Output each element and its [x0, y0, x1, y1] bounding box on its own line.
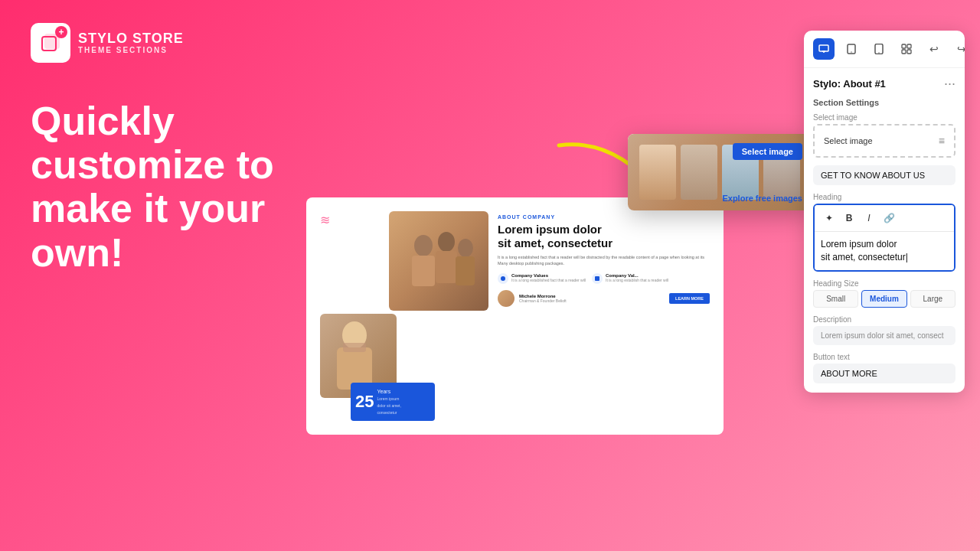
link-button[interactable]: 🔗	[880, 210, 897, 227]
size-large-button[interactable]: Large	[910, 290, 956, 308]
section-settings-label: Section Settings	[804, 95, 965, 113]
button-text-label: Button text	[813, 353, 956, 361]
select-image-button[interactable]: Select image	[733, 143, 802, 160]
upload-icon: ≡	[939, 135, 945, 147]
heading-field: Heading ✦ B I 🔗 Lorem ipsum dolor sit am…	[813, 193, 956, 272]
logo: STYLO STORE THEME SECTIONS	[31, 23, 184, 63]
description-field: Description	[813, 315, 956, 345]
heading-label: Heading	[813, 193, 956, 201]
logo-icon	[31, 23, 70, 63]
author-avatar	[498, 290, 514, 307]
value-text-2: Company Val... It is a long establish th…	[606, 273, 668, 284]
svg-rect-5	[436, 251, 457, 283]
redo-button[interactable]: ↪	[951, 38, 965, 60]
svg-rect-22	[902, 50, 906, 54]
value-item-2: Company Val... It is a long establish th…	[592, 273, 668, 284]
image-preview-area: Select image Explore free images	[628, 134, 812, 210]
svg-point-6	[458, 239, 473, 257]
button-text-input[interactable]	[813, 364, 956, 383]
italic-button[interactable]: I	[861, 210, 877, 227]
settings-button[interactable]	[896, 38, 917, 60]
tag-field	[813, 165, 956, 185]
svg-rect-10	[343, 343, 366, 352]
rich-editor-content[interactable]: Lorem ipsum dolor sit amet, consectetur|	[815, 232, 954, 270]
explore-images-button[interactable]: Explore free images	[722, 194, 802, 203]
heading-size-row: Small Medium Large	[813, 290, 956, 308]
years-number: 25	[355, 393, 374, 410]
tag-input[interactable]	[813, 165, 956, 185]
rich-text-editor: ✦ B I 🔗 Lorem ipsum dolor sit amet, cons…	[813, 204, 956, 272]
mobile-view-button[interactable]	[868, 38, 890, 60]
value-text-1: Company Values It is a long established …	[511, 273, 586, 284]
image-upload-label: Select image	[824, 136, 873, 145]
description-input[interactable]	[813, 326, 956, 345]
svg-rect-23	[907, 50, 911, 54]
more-options-icon[interactable]: ···	[944, 76, 956, 92]
svg-rect-20	[902, 44, 906, 48]
rich-editor-toolbar: ✦ B I 🔗	[815, 205, 954, 232]
preview-heading: Lorem ipsum dolorsit amet, consectetur	[498, 223, 710, 250]
panel-body: Select image Select image ≡ Heading ✦ B …	[804, 113, 965, 393]
lorem-years: Lorem ipsumdolor sit amet,consectetur	[377, 396, 400, 415]
preview-image-top	[389, 211, 488, 311]
image-selector-popup: Select image Explore free images	[628, 134, 812, 210]
svg-point-2	[414, 235, 433, 256]
preview-description: It is a long established fact that a rea…	[498, 254, 710, 267]
svg-rect-13	[819, 45, 828, 51]
svg-rect-7	[456, 256, 475, 285]
values-row: Company Values It is a long established …	[498, 273, 710, 284]
content-column: ABOUT COMPANY Lorem ipsum dolorsit amet,…	[498, 211, 710, 421]
image-upload-box[interactable]: Select image ≡	[813, 124, 956, 158]
button-text-field: Button text	[813, 353, 956, 383]
panel-toolbar: ↩ ↪ Save	[804, 31, 965, 68]
svg-rect-1	[45, 34, 59, 48]
squiggle-decoration: ≋	[320, 213, 330, 227]
author-row: Michele Morrone Chairman & Founder Belio…	[498, 290, 710, 307]
person-figure-1	[639, 145, 676, 200]
svg-rect-3	[412, 256, 435, 286]
toolbar-icons: ↩ ↪	[813, 38, 965, 60]
logo-title: STYLO STORE	[78, 31, 184, 47]
panel-header: Stylo: About #1 ···	[804, 68, 965, 95]
logo-subtitle: THEME SECTIONS	[78, 46, 184, 54]
preview-canvas: ≋	[306, 197, 724, 435]
logo-text: STYLO STORE THEME SECTIONS	[78, 31, 184, 55]
value-item-1: Company Values It is a long established …	[498, 273, 586, 284]
undo-button[interactable]: ↩	[923, 38, 945, 60]
heading-size-label: Heading Size	[813, 279, 956, 288]
magic-icon[interactable]: ✦	[821, 210, 838, 227]
value-icon-1	[498, 273, 508, 284]
heading-size-field: Heading Size Small Medium Large	[813, 279, 956, 308]
bold-button[interactable]: B	[841, 210, 858, 227]
size-medium-button[interactable]: Medium	[861, 290, 906, 308]
svg-point-19	[878, 52, 879, 53]
years-text: Years Lorem ipsumdolor sit amet,consecte…	[377, 388, 400, 416]
tablet-view-button[interactable]	[841, 38, 862, 60]
svg-rect-12	[595, 276, 599, 281]
author-info: Michele Morrone Chairman & Founder Belio…	[519, 294, 567, 303]
learn-more-button[interactable]: LEARN MORE	[669, 293, 710, 304]
settings-panel: ↩ ↪ Save Stylo: About #1 ··· Section Set…	[804, 31, 965, 393]
size-small-button[interactable]: Small	[813, 290, 858, 308]
person-figure-2	[681, 145, 717, 200]
images-column: ≋	[320, 211, 488, 421]
select-image-label: Select image	[813, 113, 956, 122]
svg-point-11	[501, 276, 505, 281]
value-icon-2	[592, 273, 603, 284]
desktop-view-button[interactable]	[813, 38, 835, 60]
svg-point-17	[851, 51, 851, 52]
panel-title: Stylo: About #1	[813, 78, 886, 90]
years-badge: 25 Years Lorem ipsumdolor sit amet,conse…	[351, 383, 435, 421]
select-image-field: Select image Select image ≡	[813, 113, 956, 158]
svg-point-4	[438, 232, 455, 252]
svg-rect-21	[907, 44, 911, 48]
description-label: Description	[813, 315, 956, 324]
about-preview: ≋	[320, 211, 710, 421]
